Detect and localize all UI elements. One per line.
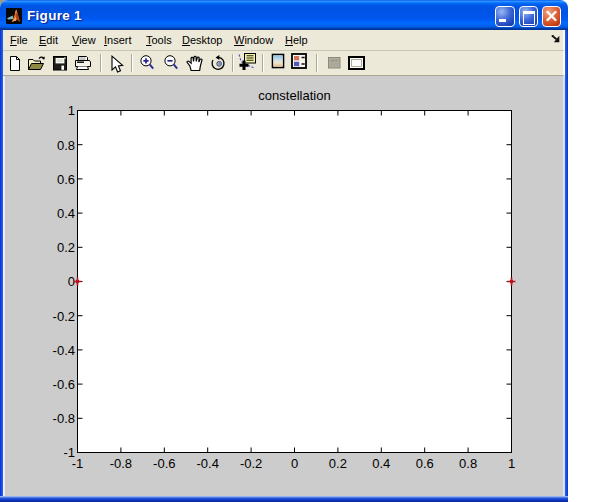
svg-text:0.6: 0.6	[416, 456, 434, 471]
svg-text:-0.4: -0.4	[53, 343, 75, 358]
svg-text:-0.8: -0.8	[53, 411, 75, 426]
svg-text:0.8: 0.8	[459, 456, 477, 471]
svg-text:-0.6: -0.6	[153, 456, 175, 471]
svg-text:1: 1	[68, 103, 75, 118]
svg-text:-0.2: -0.2	[53, 309, 75, 324]
svg-text:-1: -1	[72, 456, 84, 471]
svg-text:0: 0	[291, 456, 298, 471]
svg-text:1: 1	[508, 456, 515, 471]
svg-text:-0.2: -0.2	[240, 456, 262, 471]
svg-text:0.6: 0.6	[57, 172, 75, 187]
svg-text:0.2: 0.2	[57, 240, 75, 255]
svg-text:0.8: 0.8	[57, 138, 75, 153]
svg-text:-0.6: -0.6	[53, 377, 75, 392]
svg-text:0.4: 0.4	[57, 206, 75, 221]
svg-text:-0.8: -0.8	[110, 456, 132, 471]
svg-text:0.2: 0.2	[329, 456, 347, 471]
svg-text:0.4: 0.4	[372, 456, 390, 471]
svg-text:constellation: constellation	[258, 88, 330, 103]
svg-text:-0.4: -0.4	[196, 456, 218, 471]
